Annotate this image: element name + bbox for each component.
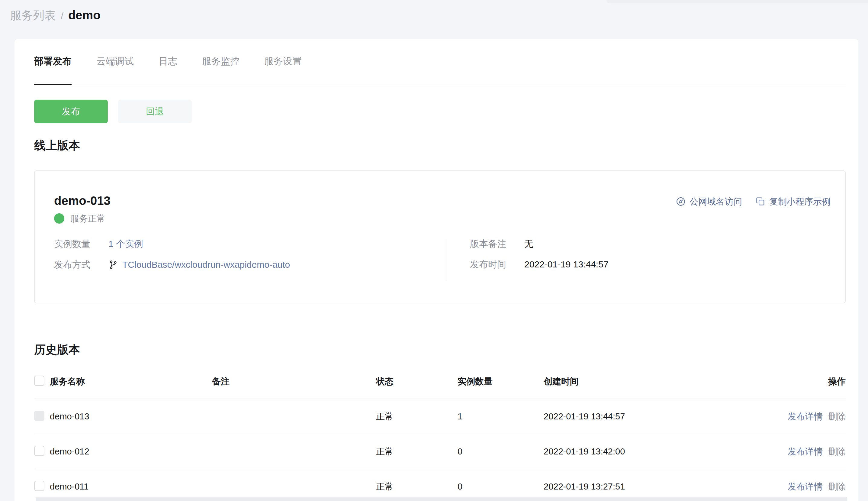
delete-link[interactable]: 删除	[828, 482, 846, 491]
copy-miniprogram-sample-label: 复制小程序示例	[769, 197, 831, 206]
col-header-remark: 备注	[212, 364, 376, 399]
instance-count-link[interactable]: 1 个实例	[108, 239, 143, 248]
git-branch-icon	[108, 260, 118, 269]
cell-instances: 1	[458, 399, 544, 434]
instance-count-label: 实例数量	[54, 239, 108, 248]
service-status-text: 服务正常	[70, 214, 105, 223]
col-header-status: 状态	[376, 364, 458, 399]
release-detail-link[interactable]: 发布详情	[788, 412, 823, 421]
delete-link[interactable]: 删除	[828, 447, 846, 456]
repo-link[interactable]: TCloudBase/wxcloudrun-wxapidemo-auto	[122, 260, 290, 269]
cell-remark	[212, 434, 376, 469]
table-row: demo-011 正常 0 2022-01-19 13:27:51 发布详情删除	[34, 469, 846, 501]
action-button-row: 发布 回退	[34, 100, 846, 123]
online-version-heading: 线上版本	[34, 140, 846, 151]
breadcrumb-separator: /	[61, 11, 63, 21]
copy-miniprogram-sample-link[interactable]: 复制小程序示例	[755, 196, 831, 207]
cell-status: 正常	[376, 434, 458, 469]
row-checkbox[interactable]	[34, 446, 44, 456]
history-version-table: 服务名称 备注 状态 实例数量 创建时间 操作 demo-013 正常 1 20…	[34, 364, 846, 501]
tab-bar: 部署发布 云端调试 日志 服务监控 服务设置	[34, 39, 846, 85]
tab-deploy-release[interactable]: 部署发布	[34, 56, 72, 85]
cell-created: 2022-01-19 13:44:57	[544, 399, 784, 434]
main-panel: 部署发布 云端调试 日志 服务监控 服务设置 发布 回退 线上版本 demo-0…	[14, 39, 858, 501]
cell-service-name: demo-013	[50, 399, 212, 434]
table-row: demo-012 正常 0 2022-01-19 13:42:00 发布详情删除	[34, 434, 846, 469]
cell-status: 正常	[376, 469, 458, 501]
top-right-overlay-edge	[606, 0, 868, 3]
delete-link[interactable]: 删除	[828, 412, 846, 421]
cell-service-name: demo-011	[50, 469, 212, 501]
breadcrumb: 服务列表 / demo	[10, 9, 100, 21]
cell-remark	[212, 399, 376, 434]
table-bottom-divider	[36, 497, 847, 501]
public-domain-access-label: 公网域名访问	[690, 197, 742, 206]
cell-instances: 0	[458, 434, 544, 469]
copy-icon	[755, 196, 766, 207]
release-method-label: 发布方式	[54, 260, 108, 269]
release-time-value: 2022-01-19 13:44:57	[524, 260, 609, 269]
cell-created: 2022-01-19 13:27:51	[544, 469, 784, 501]
tab-service-settings[interactable]: 服务设置	[264, 56, 302, 85]
tab-cloud-debug[interactable]: 云端调试	[96, 56, 134, 85]
public-domain-access-link[interactable]: 公网域名访问	[676, 196, 742, 207]
release-time-label: 发布时间	[470, 260, 524, 269]
online-version-card: demo-013 公网域名访问	[34, 170, 846, 303]
col-header-created: 创建时间	[544, 364, 784, 399]
rollback-button[interactable]: 回退	[118, 100, 192, 123]
table-row: demo-013 正常 1 2022-01-19 13:44:57 发布详情删除	[34, 399, 846, 434]
cell-remark	[212, 469, 376, 501]
row-checkbox[interactable]	[34, 481, 44, 491]
cell-service-name: demo-012	[50, 434, 212, 469]
release-detail-link[interactable]: 发布详情	[788, 447, 823, 456]
version-remark-label: 版本备注	[470, 239, 524, 248]
cell-created: 2022-01-19 13:42:00	[544, 434, 784, 469]
col-header-operations: 操作	[784, 364, 846, 399]
col-header-instances: 实例数量	[458, 364, 544, 399]
status-dot-green	[54, 213, 64, 224]
cell-instances: 0	[458, 469, 544, 501]
version-remark-value: 无	[524, 239, 533, 248]
col-header-service-name: 服务名称	[50, 364, 212, 399]
release-detail-link[interactable]: 发布详情	[788, 482, 823, 491]
breadcrumb-service-list-link[interactable]: 服务列表	[10, 10, 56, 21]
tab-service-monitor[interactable]: 服务监控	[202, 56, 239, 85]
table-header-row: 服务名称 备注 状态 实例数量 创建时间 操作	[34, 364, 846, 399]
select-all-checkbox[interactable]	[34, 376, 44, 386]
breadcrumb-current-service: demo	[68, 9, 100, 21]
history-version-heading: 历史版本	[34, 344, 846, 355]
row-checkbox-disabled	[34, 411, 44, 421]
publish-button[interactable]: 发布	[34, 100, 108, 123]
compass-icon	[676, 196, 686, 207]
tab-logs[interactable]: 日志	[159, 56, 177, 85]
version-name: demo-013	[54, 195, 110, 207]
cell-status: 正常	[376, 399, 458, 434]
